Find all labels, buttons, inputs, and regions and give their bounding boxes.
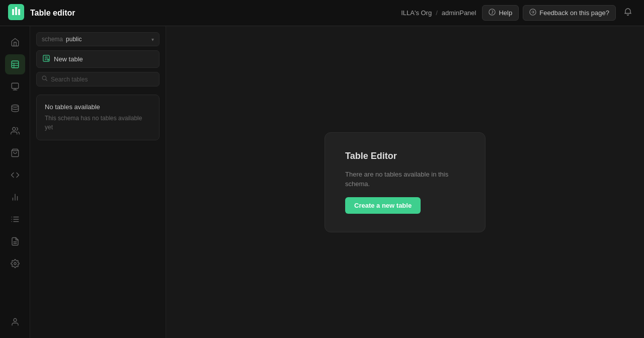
feedback-icon — [529, 9, 536, 17]
sidebar-item-chart[interactable] — [5, 187, 25, 207]
search-icon — [42, 75, 48, 83]
sidebar-item-code[interactable] — [5, 165, 25, 185]
sidebar-item-users[interactable] — [5, 121, 25, 141]
sidebar-item-profile[interactable] — [5, 312, 25, 332]
sidebar-item-list[interactable] — [5, 209, 25, 229]
schema-value: public — [66, 36, 148, 43]
no-tables-card: No tables available This schema has no t… — [36, 95, 159, 140]
new-table-label: New table — [54, 55, 83, 63]
svg-point-9 — [12, 127, 15, 130]
sidebar-item-settings[interactable] — [5, 254, 25, 274]
breadcrumb-separator: / — [436, 9, 438, 17]
main-layout: schema public ▾ New table — [0, 26, 644, 338]
sidebar-item-table[interactable] — [5, 54, 25, 74]
breadcrumb-project[interactable]: adminPanel — [442, 9, 476, 17]
no-tables-description: This schema has no tables available yet — [45, 114, 151, 132]
create-table-button[interactable]: Create a new table — [345, 197, 421, 214]
sidebar-item-store[interactable] — [5, 143, 25, 163]
topbar-actions: Help Feedback on this page? — [482, 5, 636, 21]
svg-point-1 — [489, 9, 495, 15]
help-icon — [489, 9, 496, 17]
icon-sidebar — [0, 26, 30, 338]
panel-sidebar: schema public ▾ New table — [30, 26, 166, 338]
editor-card-description: There are no tables available in this sc… — [345, 170, 465, 189]
sidebar-item-database[interactable] — [5, 99, 25, 119]
sidebar-item-doc[interactable] — [5, 231, 25, 251]
bell-icon — [624, 8, 632, 18]
search-input[interactable] — [51, 76, 154, 83]
no-tables-title: No tables available — [45, 103, 151, 111]
topbar: Table editor ILLA's Org / adminPanel Hel… — [0, 0, 644, 26]
feedback-button[interactable]: Feedback on this page? — [523, 5, 616, 21]
svg-point-22 — [14, 263, 16, 265]
page-title: Table editor — [30, 9, 395, 18]
breadcrumb: ILLA's Org / adminPanel — [401, 9, 476, 17]
svg-rect-3 — [12, 61, 19, 68]
feedback-label: Feedback on this page? — [539, 9, 609, 17]
notifications-button[interactable] — [620, 5, 636, 21]
sidebar-item-home[interactable] — [5, 32, 25, 52]
schema-label: schema — [42, 36, 63, 43]
search-box — [36, 72, 159, 87]
new-table-icon — [43, 55, 50, 63]
svg-point-23 — [14, 318, 17, 321]
schema-select[interactable]: schema public ▾ — [36, 32, 159, 46]
help-button[interactable]: Help — [482, 5, 519, 21]
sidebar-item-media[interactable] — [5, 76, 25, 97]
help-label: Help — [499, 9, 512, 17]
editor-card-title: Table Editor — [345, 151, 465, 161]
breadcrumb-org[interactable]: ILLA's Org — [401, 9, 432, 17]
logo[interactable] — [8, 4, 24, 22]
new-table-button[interactable]: New table — [36, 50, 159, 68]
svg-rect-7 — [12, 83, 19, 89]
editor-empty-state: Table Editor There are no tables availab… — [325, 132, 486, 232]
svg-point-8 — [12, 105, 19, 108]
chevron-down-icon: ▾ — [151, 37, 154, 42]
main-content: Table Editor There are no tables availab… — [166, 26, 644, 338]
